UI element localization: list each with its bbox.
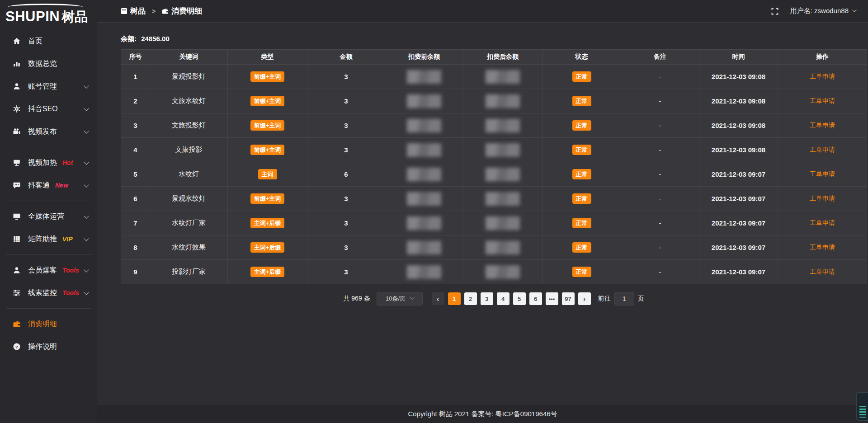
breadcrumb-root[interactable]: 树品: [130, 6, 146, 16]
breadcrumb-separator: >: [152, 8, 156, 15]
sidebar-item-media-operation[interactable]: 全媒体运营: [0, 205, 97, 228]
sidebar-item-badge: Tools: [62, 289, 79, 296]
breadcrumb-current: 消费明细: [171, 6, 202, 16]
status-badge: 正常: [572, 120, 591, 131]
widget-stripes-decoration: [859, 406, 866, 418]
table-row: 6景观水纹灯前缀+主词3正常-2021-12-03 09:07工单申请: [121, 187, 867, 211]
sidebar-item-label: 抖客通: [28, 181, 50, 190]
chevron-down-icon: [84, 83, 89, 88]
work-order-link[interactable]: 工单申请: [810, 97, 835, 104]
keyword-text: 水纹灯效果: [172, 243, 206, 251]
row-index: 7: [133, 219, 137, 227]
remark-text: -: [659, 146, 661, 154]
page-button-1[interactable]: 1: [448, 292, 461, 305]
next-page-button[interactable]: ›: [578, 292, 591, 305]
prev-page-button[interactable]: ‹: [432, 292, 444, 305]
sidebar-item-douyin-seo[interactable]: 抖音SEO: [0, 98, 97, 120]
cell-amount: 3: [307, 235, 385, 260]
sidebar-divider: [6, 254, 91, 255]
work-order-link[interactable]: 工单申请: [810, 146, 835, 153]
cell-action: 工单申请: [778, 162, 867, 187]
sidebar-item-label: 首页: [28, 37, 42, 46]
cell-type: 前缀+主词: [228, 187, 307, 211]
sidebar-item-label: 全媒体运营: [28, 212, 64, 221]
page-button-2[interactable]: 2: [464, 292, 477, 305]
balance-value: 24856.00: [141, 35, 170, 42]
censored-balance-after: [486, 265, 520, 279]
column-header: 扣费后余额: [463, 50, 542, 65]
cell-remark: -: [621, 260, 699, 284]
table-row: 9投影灯厂家主词+后缀3正常-2021-12-03 09:07工单申请: [121, 260, 867, 284]
amount-value: 3: [344, 97, 348, 105]
sidebar-item-consume-detail[interactable]: 消费明细: [0, 313, 97, 335]
work-order-link[interactable]: 工单申请: [810, 195, 835, 202]
column-header: 关键词: [150, 50, 228, 65]
chevron-down-icon: [84, 182, 89, 187]
monitor-icon: [12, 212, 21, 221]
balance-row: 余额: 24856.00: [121, 35, 868, 43]
username-label[interactable]: 用户名: zswodun88: [790, 7, 849, 15]
sidebar-item-account-manage[interactable]: 账号管理: [0, 75, 97, 98]
cell-index: 7: [121, 211, 150, 235]
cell-time: 2021-12-03 09:08: [699, 113, 778, 138]
time-text: 2021-12-03 09:07: [712, 244, 765, 251]
sidebar-item-video-heat[interactable]: 视频加热Hot: [0, 151, 97, 174]
cell-remark: -: [621, 235, 699, 260]
work-order-link[interactable]: 工单申请: [810, 219, 835, 226]
work-order-link[interactable]: 工单申请: [810, 268, 835, 275]
sidebar-item-member-baoke[interactable]: 会员爆客Tools: [0, 259, 97, 282]
table-row: 5水纹灯主词6正常-2021-12-03 09:07工单申请: [121, 162, 867, 187]
work-order-link[interactable]: 工单申请: [810, 122, 835, 129]
sidebar-item-label: 操作说明: [28, 342, 57, 352]
sidebar-item-label: 抖音SEO: [28, 104, 58, 114]
sidebar-item-badge: VIP: [62, 235, 73, 243]
time-text: 2021-12-03 09:08: [712, 122, 765, 129]
svg-text:?: ?: [15, 344, 18, 349]
sidebar-item-video-publish[interactable]: 视频发布: [0, 120, 97, 143]
user-icon: [12, 266, 21, 275]
sidebar-item-clue-monitor[interactable]: 线索监控Tools: [0, 282, 97, 304]
cell-keyword: 文旅投影灯: [150, 113, 228, 138]
page-size-select[interactable]: 10条/页: [377, 292, 423, 306]
keyword-text: 文旅水纹灯: [172, 97, 206, 104]
page-button-6[interactable]: 6: [529, 292, 542, 305]
sidebar-item-badge: Tools: [62, 267, 79, 274]
floating-service-widget[interactable]: [856, 392, 868, 421]
time-text: 2021-12-03 09:08: [712, 146, 765, 154]
page-button-3[interactable]: 3: [481, 292, 493, 305]
page-button-4[interactable]: 4: [497, 292, 509, 305]
work-order-link[interactable]: 工单申请: [810, 244, 835, 251]
main-content: 余额: 24856.00 序号关键词类型金额扣费前余额扣费后余额状态备注时间操作…: [97, 23, 868, 423]
censored-balance-after: [486, 216, 520, 230]
censored-balance-before: [407, 143, 441, 157]
censored-balance-before: [407, 192, 441, 206]
goto-label: 前往: [598, 295, 611, 303]
sidebar-item-home[interactable]: 首页: [0, 30, 97, 52]
cell-balance-after: [463, 260, 542, 284]
page-button-97[interactable]: 97: [562, 292, 575, 305]
type-badge: 前缀+主词: [250, 145, 285, 155]
work-order-link[interactable]: 工单申请: [810, 73, 835, 80]
cell-balance-after: [463, 89, 542, 113]
censored-balance-after: [486, 241, 520, 254]
cell-balance-before: [385, 65, 463, 89]
chevron-down-icon: [852, 8, 857, 12]
remark-text: -: [659, 195, 661, 202]
cell-time: 2021-12-03 09:07: [699, 187, 778, 211]
column-header: 类型: [228, 50, 307, 65]
goto-page-group: 前往页: [598, 292, 644, 306]
amount-value: 3: [344, 244, 348, 251]
page-ellipsis-button[interactable]: •••: [546, 292, 558, 305]
sidebar-item-operation-guide[interactable]: ?操作说明: [0, 335, 97, 358]
fullscreen-icon[interactable]: [771, 8, 778, 15]
table-row: 7水纹灯厂家主词+后缀3正常-2021-12-03 09:07工单申请: [121, 211, 867, 235]
sidebar-item-data-overview[interactable]: 数据总览: [0, 52, 97, 75]
work-order-link[interactable]: 工单申请: [810, 170, 835, 178]
sidebar-item-badge: Hot: [62, 159, 73, 166]
column-header: 扣费前余额: [385, 50, 463, 65]
sidebar-item-matrix-boost[interactable]: 矩阵助推VIP: [0, 228, 97, 250]
cell-balance-after: [463, 187, 542, 211]
sidebar-item-doukoutong[interactable]: 抖客通New: [0, 174, 97, 197]
goto-page-input[interactable]: [614, 292, 634, 306]
page-button-5[interactable]: 5: [513, 292, 526, 305]
